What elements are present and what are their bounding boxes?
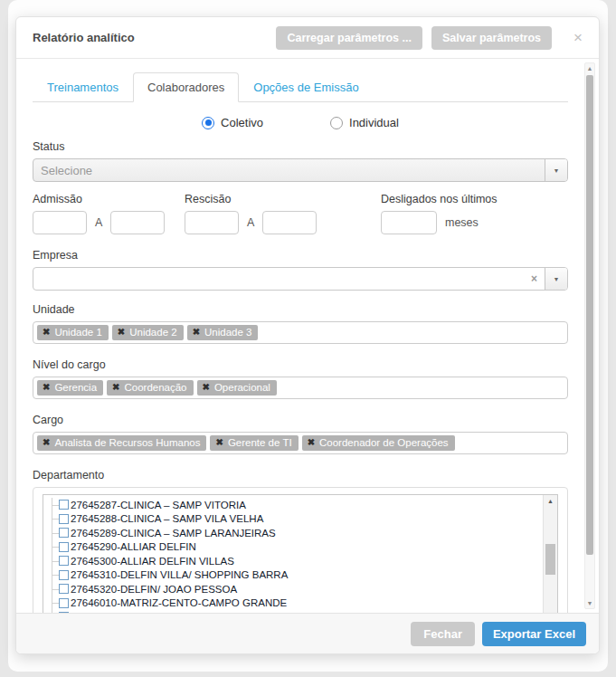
departamento-scrollbar[interactable]: ▲ ▼ [543, 495, 557, 613]
modal-footer: Fechar Exportar Excel [16, 613, 599, 653]
nivel-cargo-tag-input[interactable]: ✖Gerencia ✖Coordenação ✖Operacional [33, 377, 568, 399]
tab-colaboradores[interactable]: Colaboradores [133, 72, 239, 102]
scrollbar-thumb[interactable] [545, 544, 555, 575]
status-label: Status [33, 140, 568, 153]
radio-coletivo-label: Coletivo [221, 116, 263, 129]
tree-item[interactable]: 27645320-DELFIN/ JOAO PESSOA [48, 582, 539, 596]
status-select[interactable]: Selecione ▼ [33, 158, 568, 182]
item-label: 27645287-CLINICA – SAMP VITORIA [71, 500, 246, 510]
tag-gerente-ti: ✖Gerente de TI [210, 435, 298, 451]
scrollbar-thumb[interactable] [586, 75, 593, 555]
item-label: 27646010-MATRIZ-CENTO-CAMPO GRANDE [71, 597, 287, 608]
tree-item[interactable]: 27645300-ALLIAR DELFIN VILLAS [48, 554, 539, 568]
item-label: 27646010-MATRIZ-CENTRO-CAMPO GRANDE [71, 612, 295, 613]
save-parameters-button[interactable]: Salvar parâmetros [431, 26, 552, 50]
item-label: 27645310-DELFIN VILLA/ SHOPPING BARRA [71, 569, 288, 580]
tree-item[interactable]: 27646010-MATRIZ-CENTO-CAMPO GRANDE [48, 596, 539, 611]
rescisao-label: Rescisão [185, 193, 334, 205]
rescisao-from-input[interactable] [185, 211, 239, 234]
load-parameters-button[interactable]: Carregar parâmetros ... [276, 26, 422, 50]
item-checkbox[interactable] [59, 612, 69, 613]
tree-item[interactable]: 27646010-MATRIZ-CENTRO-CAMPO GRANDE [48, 610, 539, 613]
tab-opcoes-emissao[interactable]: Opções de Emissão [239, 72, 373, 102]
empresa-label: Empresa [33, 249, 568, 262]
empresa-combobox[interactable]: × ▼ [33, 267, 568, 291]
modal-body-scrollbar[interactable]: ▲ ▼ [584, 62, 595, 609]
item-checkbox[interactable] [59, 556, 69, 566]
export-excel-button[interactable]: Exportar Excel [482, 622, 586, 646]
tree-connector [48, 526, 59, 540]
item-label: 27645288-CLINICA – SAMP VILA VELHA [71, 513, 263, 524]
tree-item[interactable]: 27645310-DELFIN VILLA/ SHOPPING BARRA [48, 568, 539, 583]
remove-tag-icon[interactable]: ✖ [112, 383, 119, 392]
cargo-tag-input[interactable]: ✖Analista de Recursos Humanos ✖Gerente d… [33, 432, 568, 454]
item-checkbox[interactable] [59, 528, 69, 538]
desligados-group: Desligados nos últimos meses [381, 184, 498, 234]
item-checkbox[interactable] [59, 584, 69, 594]
tag-label: Coordenação [124, 382, 186, 393]
item-checkbox[interactable] [59, 514, 69, 524]
item-checkbox[interactable] [59, 500, 69, 510]
desligados-input[interactable] [381, 211, 437, 234]
radio-coletivo-control[interactable] [202, 117, 214, 129]
tag-label: Operacional [214, 382, 270, 393]
unidade-tag-input[interactable]: ✖Unidade 1 ✖Unidade 2 ✖Unidade 3 [33, 321, 568, 344]
tag-label: Gerente de TI [228, 437, 292, 448]
tree-connector [48, 554, 59, 568]
departamento-panel: 27645287-CLINICA – SAMP VITORIA 27645288… [33, 487, 568, 613]
tree-connector [48, 540, 59, 555]
tag-label: Unidade 1 [54, 327, 101, 338]
tag-unidade-2: ✖Unidade 2 [112, 325, 184, 340]
tab-treinamentos[interactable]: Treinamentos [33, 72, 133, 102]
radio-coletivo[interactable]: Coletivo [202, 116, 263, 129]
empresa-dropdown-button[interactable]: ▼ [545, 268, 567, 290]
scroll-up-icon[interactable]: ▲ [544, 498, 557, 504]
admissao-label: Admissão [33, 193, 168, 205]
remove-tag-icon[interactable]: ✖ [215, 438, 223, 447]
tag-label: Coordenador de Operações [319, 437, 449, 448]
close-icon[interactable]: × [573, 30, 583, 45]
tree-item[interactable]: 27645289-CLINICA – SAMP LARANJEIRAS [48, 526, 539, 540]
tree-connector [48, 498, 59, 512]
tree-item[interactable]: 27645287-CLINICA – SAMP VITORIA [48, 498, 539, 512]
remove-tag-icon[interactable]: ✖ [43, 383, 50, 392]
remove-tag-icon[interactable]: ✖ [193, 328, 200, 337]
unidade-label: Unidade [33, 303, 568, 316]
admissao-to-input[interactable] [110, 211, 165, 234]
rescisao-separator: A [247, 216, 254, 229]
radio-individual[interactable]: Individual [330, 116, 399, 129]
rescisao-group: Rescisão A [185, 184, 334, 234]
remove-tag-icon[interactable]: ✖ [43, 328, 50, 337]
tag-label: Gerencia [54, 382, 97, 393]
remove-tag-icon[interactable]: ✖ [43, 438, 50, 447]
status-dropdown-button[interactable]: ▼ [545, 159, 567, 181]
tag-coordenacao: ✖Coordenação [107, 380, 193, 396]
tree-connector [48, 596, 59, 611]
departamento-tree-list[interactable]: 27645287-CLINICA – SAMP VITORIA 27645288… [43, 494, 558, 613]
tag-label: Unidade 2 [129, 327, 176, 338]
tree-item[interactable]: 27645288-CLINICA – SAMP VILA VELHA [48, 512, 539, 527]
admissao-group: Admissão A [33, 184, 168, 234]
scroll-up-icon[interactable]: ▲ [585, 65, 594, 72]
mode-radio-group: Coletivo Individual [33, 116, 568, 129]
admissao-separator: A [95, 216, 102, 229]
admissao-from-input[interactable] [33, 211, 87, 234]
empresa-clear-icon[interactable]: × [524, 272, 545, 285]
item-checkbox[interactable] [59, 542, 69, 552]
item-checkbox[interactable] [59, 598, 69, 608]
tag-coordenador-operacoes: ✖Coordenador de Operações [302, 435, 455, 451]
remove-tag-icon[interactable]: ✖ [203, 383, 210, 392]
close-button[interactable]: Fechar [411, 622, 475, 646]
cargo-label: Cargo [33, 414, 568, 426]
remove-tag-icon[interactable]: ✖ [308, 438, 315, 447]
rescisao-to-input[interactable] [262, 211, 317, 234]
remove-tag-icon[interactable]: ✖ [118, 328, 125, 337]
modal-title: Relatório analítico [33, 31, 135, 44]
radio-individual-control[interactable] [330, 117, 343, 129]
radio-individual-label: Individual [349, 116, 399, 129]
tree-item[interactable]: 27645290-ALLIAR DELFIN [48, 540, 539, 555]
tag-unidade-1: ✖Unidade 1 [37, 325, 109, 340]
item-checkbox[interactable] [59, 570, 69, 580]
scroll-down-icon[interactable]: ▼ [585, 600, 594, 606]
tag-label: Analista de Recursos Humanos [54, 437, 200, 448]
